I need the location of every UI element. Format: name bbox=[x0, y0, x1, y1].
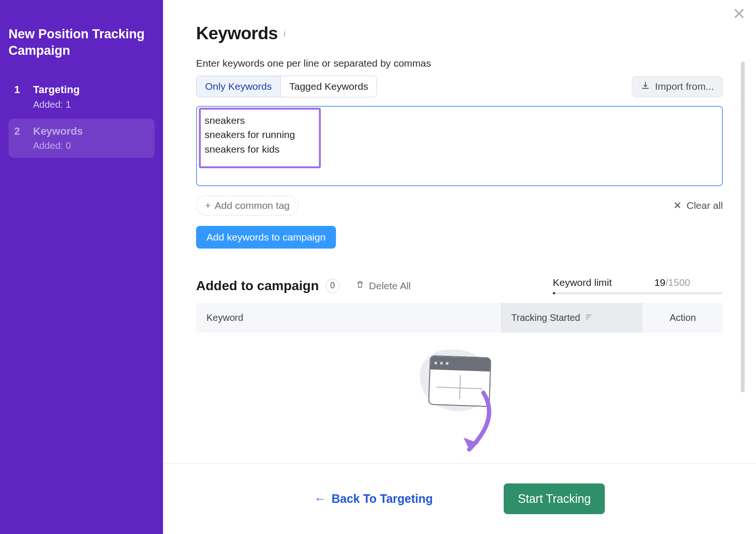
keywords-input-wrap bbox=[196, 106, 723, 188]
back-to-targeting-button[interactable]: ← Back To Targeting bbox=[314, 492, 433, 506]
step-subtext: Added: 1 bbox=[33, 99, 149, 110]
wizard-step-keywords[interactable]: 2 Keywords Added: 0 bbox=[9, 119, 155, 158]
arrow-left-icon: ← bbox=[314, 492, 326, 506]
keywords-textarea[interactable] bbox=[196, 106, 723, 186]
step-label: Keywords bbox=[33, 125, 149, 138]
keywords-toolbar: Only Keywords Tagged Keywords Import fro… bbox=[196, 76, 723, 97]
col-action: Action bbox=[643, 303, 723, 333]
added-header: Added to campaign 0 Delete All Keyword l… bbox=[196, 277, 723, 294]
added-title: Added to campaign bbox=[196, 278, 319, 293]
tab-tagged-keywords[interactable]: Tagged Keywords bbox=[280, 76, 377, 97]
app-root: New Position Tracking Campaign 1 Targeti… bbox=[0, 0, 756, 534]
step-label: Targeting bbox=[33, 84, 149, 96]
added-to-campaign-section: Added to campaign 0 Delete All Keyword l… bbox=[196, 277, 723, 451]
import-button[interactable]: Import from... bbox=[632, 76, 723, 97]
add-keywords-button[interactable]: Add keywords to campaign bbox=[196, 226, 336, 249]
keywords-table-header: Keyword Tracking Started Action bbox=[196, 303, 723, 333]
svg-rect-0 bbox=[586, 314, 592, 315]
content-area: Keywords i Enter keywords one per line o… bbox=[196, 24, 737, 463]
keyword-mode-toggle: Only Keywords Tagged Keywords bbox=[196, 76, 377, 97]
sidebar-title: New Position Tracking Campaign bbox=[9, 26, 155, 59]
delete-all-button[interactable]: Delete All bbox=[356, 280, 411, 292]
page-title-row: Keywords i bbox=[196, 24, 723, 43]
import-label: Import from... bbox=[655, 81, 714, 92]
svg-rect-1 bbox=[586, 316, 590, 317]
clear-all-label: Clear all bbox=[687, 200, 723, 211]
close-icon: ✕ bbox=[673, 200, 682, 211]
add-common-tag-button[interactable]: + Add common tag bbox=[196, 196, 299, 215]
main-panel: ✕ Keywords i Enter keywords one per line… bbox=[163, 0, 756, 534]
tab-only-keywords[interactable]: Only Keywords bbox=[197, 76, 280, 97]
added-count-badge: 0 bbox=[326, 279, 340, 293]
back-label: Back To Targeting bbox=[332, 492, 433, 506]
step-number: 2 bbox=[14, 125, 23, 151]
page-title: Keywords bbox=[196, 24, 278, 43]
trash-icon bbox=[356, 280, 364, 292]
scrollbar[interactable] bbox=[741, 61, 745, 392]
arrow-annotation-icon bbox=[455, 390, 507, 461]
limit-progress-fill bbox=[553, 292, 555, 294]
add-tag-label: Add common tag bbox=[215, 200, 290, 211]
download-icon bbox=[641, 81, 650, 93]
hint-text: Enter keywords one per line or separated… bbox=[196, 58, 723, 69]
limit-used: 19 bbox=[654, 277, 665, 288]
step-subtext: Added: 0 bbox=[33, 140, 149, 151]
keyword-limit: Keyword limit 19/1500 bbox=[553, 277, 723, 294]
limit-max: /1500 bbox=[665, 277, 690, 288]
textarea-actions: + Add common tag ✕ Clear all bbox=[196, 196, 723, 215]
wizard-footer: ← Back To Targeting Start Tracking bbox=[163, 463, 756, 534]
close-icon: ✕ bbox=[732, 5, 746, 23]
start-tracking-button[interactable]: Start Tracking bbox=[504, 483, 605, 514]
clear-all-button[interactable]: ✕ Clear all bbox=[673, 200, 723, 211]
col-tracking-started[interactable]: Tracking Started bbox=[501, 303, 643, 333]
wizard-step-targeting[interactable]: 1 Targeting Added: 1 bbox=[9, 77, 155, 116]
step-number: 1 bbox=[14, 84, 23, 110]
wizard-sidebar: New Position Tracking Campaign 1 Targeti… bbox=[0, 0, 163, 534]
svg-rect-2 bbox=[586, 318, 588, 319]
col-tracking-label: Tracking Started bbox=[511, 312, 580, 323]
info-icon[interactable]: i bbox=[284, 29, 286, 39]
limit-label: Keyword limit bbox=[553, 277, 612, 288]
plus-icon: + bbox=[205, 200, 211, 211]
sort-icon bbox=[585, 314, 593, 322]
empty-state-illustration bbox=[196, 356, 723, 451]
col-keyword: Keyword bbox=[196, 303, 501, 333]
limit-progress-bar bbox=[553, 292, 723, 294]
delete-all-label: Delete All bbox=[369, 280, 411, 292]
close-button[interactable]: ✕ bbox=[732, 6, 746, 22]
